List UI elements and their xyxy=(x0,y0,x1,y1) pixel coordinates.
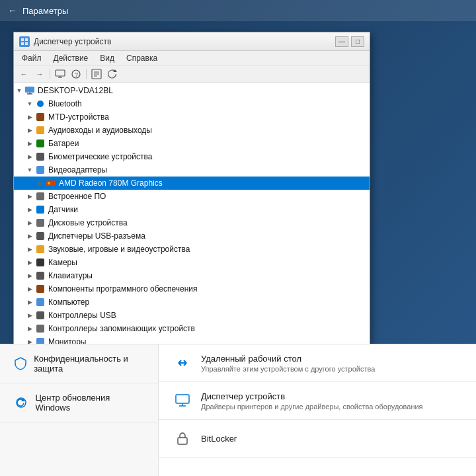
toolbar-back[interactable]: ← xyxy=(17,67,31,81)
tree-item[interactable]: ▶Клавиатуры xyxy=(14,269,370,282)
tree-item[interactable]: ▶Контроллеры запоминающих устройств xyxy=(14,322,370,335)
svg-rect-35 xyxy=(36,325,44,333)
remote-desktop-title: Удаленный рабочий стол xyxy=(201,354,463,364)
expand-icon: ▶ xyxy=(24,256,35,269)
device-label: Контроллеры запоминающих устройств xyxy=(48,324,195,333)
device-icon xyxy=(35,112,46,122)
tree-item[interactable]: ▶Батареи xyxy=(14,137,370,150)
back-button[interactable]: ← xyxy=(8,5,17,16)
toolbar-sep-2 xyxy=(86,69,87,79)
device-icon xyxy=(35,310,46,321)
svg-rect-21 xyxy=(36,153,44,161)
expand-icon: ▶ xyxy=(24,203,35,216)
tree-item[interactable]: ▶MTD-устройства xyxy=(14,110,370,124)
expand-icon: ▼ xyxy=(24,163,35,177)
device-icon xyxy=(46,178,56,188)
device-icon xyxy=(35,151,46,162)
svg-rect-20 xyxy=(36,139,44,147)
device-manager-window: Диспетчер устройств — □ Файл Действие Ви… xyxy=(13,32,370,382)
svg-rect-1 xyxy=(25,38,28,41)
tree-item[interactable]: ▶Компьютер xyxy=(14,296,370,309)
tree-item[interactable]: ▶Контроллеры USB xyxy=(14,309,370,322)
device-icon xyxy=(35,125,46,136)
menu-help[interactable]: Справка xyxy=(121,52,163,64)
bottom-panel: Конфиденциальность и защита Центр обновл… xyxy=(0,344,476,476)
tree-item[interactable]: ▶Камеры xyxy=(14,256,370,269)
expand-icon: ▶ xyxy=(35,177,46,190)
expand-icon: ▶ xyxy=(24,269,35,282)
device-icon xyxy=(35,191,46,202)
device-icon xyxy=(35,99,46,109)
expand-icon: ▶ xyxy=(24,190,35,203)
device-label: Звуковые, игровые и видеоустройства xyxy=(48,245,190,254)
toolbar-sep-1 xyxy=(50,69,50,79)
devmgr-title: Диспетчер устройств xyxy=(34,37,331,46)
menu-view[interactable]: Вид xyxy=(95,52,120,64)
expand-icon: ▶ xyxy=(24,243,35,256)
bitlocker-title: BitLocker xyxy=(201,434,463,444)
bitlocker-text: BitLocker xyxy=(201,434,463,444)
tree-item[interactable]: ▶AMD Radeon 780M Graphics xyxy=(14,177,370,190)
tree-root[interactable]: ▼ DESKTOP-VDA12BL xyxy=(14,84,370,97)
expand-icon: ▼ xyxy=(24,97,35,110)
svg-rect-27 xyxy=(36,219,44,227)
tree-item[interactable]: ▶Компоненты программного обеспечения xyxy=(14,282,370,296)
device-label: Видеоадаптеры xyxy=(48,165,107,175)
toolbar-forward[interactable]: → xyxy=(32,67,47,81)
device-label: AMD Radeon 780M Graphics xyxy=(59,178,163,188)
windows-update-item[interactable]: Центр обновления Windows xyxy=(0,383,158,422)
minimize-button[interactable]: — xyxy=(335,36,348,47)
device-label: Диспетчеры USB-разъема xyxy=(48,231,145,241)
svg-rect-29 xyxy=(36,245,44,253)
device-icon xyxy=(35,244,46,255)
toolbar-refresh[interactable] xyxy=(105,67,120,81)
menu-file[interactable]: Файл xyxy=(17,52,47,64)
toolbar-properties[interactable] xyxy=(89,67,104,81)
menubar: Файл Действие Вид Справка xyxy=(14,51,370,65)
privacy-label: Конфиденциальность и защита xyxy=(34,354,145,374)
svg-rect-2 xyxy=(21,42,24,45)
menu-action[interactable]: Действие xyxy=(48,52,94,64)
device-tree[interactable]: ▼ DESKTOP-VDA12BL ▼Bluetooth▶MTD-устройс… xyxy=(14,83,370,381)
tree-item[interactable]: ▶Встроенное ПО xyxy=(14,190,370,203)
tree-item[interactable]: ▶Биометрические устройства xyxy=(14,150,370,163)
topbar-title: Параметры xyxy=(22,6,68,16)
tree-item[interactable]: ▶Диспетчеры USB-разъема xyxy=(14,229,370,243)
privacy-item[interactable]: Конфиденциальность и защита xyxy=(0,344,158,383)
tree-item[interactable]: ▶Звуковые, игровые и видеоустройства xyxy=(14,243,370,256)
bitlocker-icon xyxy=(172,428,193,449)
toolbar-computer[interactable] xyxy=(53,67,67,81)
svg-rect-31 xyxy=(36,272,44,280)
tree-item[interactable]: ▼Видеоадаптеры xyxy=(14,163,370,177)
root-icon xyxy=(24,85,35,96)
remote-desktop-item[interactable]: Удаленный рабочий стол Управляйте этим у… xyxy=(159,344,476,382)
device-label: Bluetooth xyxy=(48,99,82,108)
expand-icon: ▶ xyxy=(24,309,35,322)
devmgr-bottom-text: Диспетчер устройств Драйверы принтеров и… xyxy=(201,391,463,411)
topbar: ← Параметры xyxy=(0,0,476,21)
device-label: Биометрические устройства xyxy=(48,152,152,161)
toolbar-help[interactable]: ? xyxy=(69,67,83,81)
svg-rect-14 xyxy=(25,87,34,93)
bitlocker-item[interactable]: BitLocker xyxy=(159,420,476,457)
tree-item[interactable]: ▶Аудиовходы и аудиовыходы xyxy=(14,124,370,137)
device-label: Клавиатуры xyxy=(48,271,93,280)
maximize-button[interactable]: □ xyxy=(351,36,364,47)
root-expand-icon: ▼ xyxy=(14,84,24,97)
expand-icon: ▶ xyxy=(24,150,35,163)
svg-rect-28 xyxy=(36,232,44,240)
tree-item[interactable]: ▶Дисковые устройства xyxy=(14,216,370,229)
update-label: Центр обновления Windows xyxy=(35,393,145,413)
device-icon xyxy=(35,204,46,215)
tree-item[interactable]: ▼Bluetooth xyxy=(14,97,370,110)
devmgr-bottom-item[interactable]: Диспетчер устройств Драйверы принтеров и… xyxy=(159,382,476,420)
tree-item[interactable]: ▶Датчики xyxy=(14,203,370,216)
remote-desktop-icon xyxy=(172,352,193,374)
svg-rect-50 xyxy=(176,395,189,403)
svg-point-24 xyxy=(48,182,50,184)
expand-icon: ▶ xyxy=(24,322,35,335)
devmgr-bottom-title: Диспетчер устройств xyxy=(201,391,463,401)
bottom-left-panel: Конфиденциальность и защита Центр обновл… xyxy=(0,344,159,476)
toolbar: ← → ? xyxy=(14,65,370,83)
remote-desktop-text: Удаленный рабочий стол Управляйте этим у… xyxy=(201,354,463,373)
